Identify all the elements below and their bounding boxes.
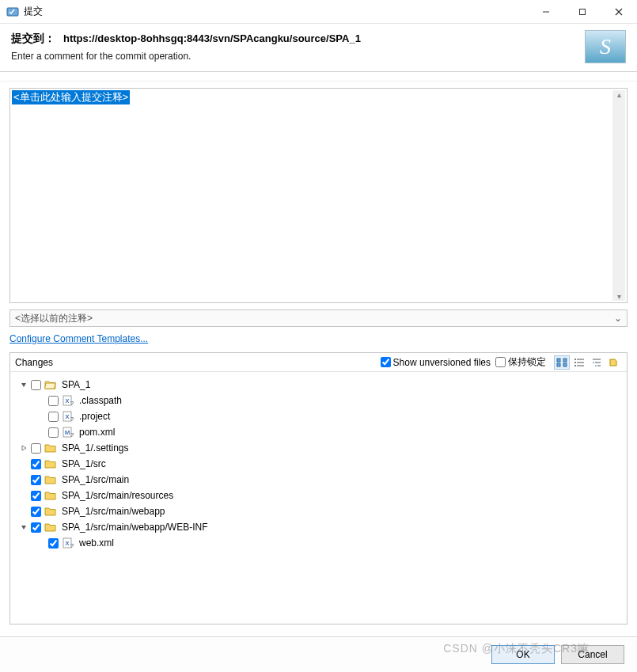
changes-header: Changes Show unversioned files 保持锁定	[10, 353, 627, 372]
minimize-button[interactable]	[528, 0, 564, 24]
tree-row-checkbox[interactable]	[31, 491, 41, 501]
svn-logo-icon: S	[585, 30, 626, 63]
svg-text:X: X	[65, 397, 70, 404]
tree-row[interactable]: SPA_1	[13, 377, 624, 393]
header-subtitle: Enter a comment for the commit operation…	[11, 51, 626, 62]
changes-title: Changes	[15, 357, 53, 368]
file-x-unversioned-icon: X ?	[62, 537, 74, 549]
tree-row-checkbox[interactable]	[48, 427, 59, 438]
svg-rect-2	[580, 9, 586, 14]
folder-icon	[44, 490, 57, 501]
show-unversioned-label: Show unversioned files	[393, 357, 491, 368]
view-flat-icon[interactable]	[571, 355, 587, 370]
tree-row-label: .project	[79, 411, 110, 422]
expander-open-icon[interactable]	[18, 523, 29, 531]
view-tree-icon[interactable]	[554, 355, 570, 370]
tree-row[interactable]: SPA_1/src/main/resources	[13, 488, 624, 503]
tree-row-checkbox[interactable]	[48, 412, 59, 422]
tree-row-checkbox[interactable]	[31, 459, 41, 469]
tree-row-label: pom.xml	[79, 427, 115, 438]
tree-row-label: SPA_1/src/main/resources	[62, 490, 173, 501]
tree-row-checkbox[interactable]	[48, 538, 59, 549]
expander-closed-icon[interactable]	[18, 444, 29, 452]
configure-templates-link[interactable]: Configure Comment Templates...	[9, 333, 148, 344]
tree-row-label: SPA_1/src	[62, 458, 106, 469]
close-button[interactable]	[601, 0, 637, 24]
dialog-body: <单击此处输入提交注释> <选择以前的注释> ⌄ Configure Comme…	[0, 81, 637, 636]
tree-row-checkbox[interactable]	[31, 380, 41, 390]
commit-to-label: 提交到：	[11, 32, 55, 46]
ok-button[interactable]: OK	[491, 645, 555, 664]
svg-rect-6	[563, 359, 567, 362]
svg-text:X: X	[65, 413, 70, 420]
tree-row[interactable]: SPA_1/src	[13, 456, 624, 472]
svg-text:?: ?	[70, 431, 74, 438]
keep-locks-input[interactable]	[495, 357, 506, 367]
svg-point-18	[593, 362, 594, 363]
svg-text:X: X	[65, 540, 70, 547]
tree-row-label: .classpath	[79, 395, 122, 406]
chevron-down-icon: ⌄	[614, 313, 622, 324]
folder-icon	[44, 474, 57, 485]
expander-open-icon[interactable]	[18, 381, 29, 389]
show-unversioned-checkbox[interactable]: Show unversioned files	[381, 357, 491, 368]
svg-text:?: ?	[70, 416, 74, 422]
view-compressed-icon[interactable]	[589, 355, 605, 370]
folder-icon	[44, 458, 57, 469]
keep-locks-checkbox[interactable]: 保持锁定	[495, 355, 546, 369]
previous-comments-label: <选择以前的注释>	[15, 312, 93, 325]
svg-point-19	[595, 365, 597, 366]
folder-icon	[44, 522, 57, 533]
tree-row-checkbox[interactable]	[48, 396, 59, 406]
svg-text:?: ?	[70, 542, 74, 549]
svg-point-12	[574, 359, 576, 360]
svg-text:?: ?	[70, 400, 74, 406]
tree-row[interactable]: M ? pom.xml	[13, 424, 624, 440]
file-m-unversioned-icon: M ?	[62, 427, 74, 438]
commit-comment-textarea[interactable]: <单击此处输入提交注释>	[9, 88, 628, 303]
tree-row[interactable]: SPA_1/src/main	[13, 472, 624, 488]
svg-rect-7	[557, 363, 560, 366]
dialog-header: 提交到： https://desktop-8ohhsgq:8443/svn/SP…	[0, 24, 637, 72]
svg-text:M: M	[65, 429, 70, 436]
tree-row-label: SPA_1/src/main/webapp	[62, 506, 165, 517]
changes-panel: Changes Show unversioned files 保持锁定	[9, 352, 628, 625]
comment-scrollbar[interactable]	[612, 90, 625, 301]
tree-row[interactable]: X ? web.xml	[13, 535, 624, 551]
tree-row-label: SPA_1/src/main	[62, 474, 129, 485]
show-unversioned-input[interactable]	[381, 357, 391, 367]
svg-point-14	[574, 365, 576, 366]
commit-comment-placeholder: <单击此处输入提交注释>	[12, 90, 130, 104]
tree-row[interactable]: X ? .classpath	[13, 393, 624, 408]
tree-row[interactable]: SPA_1/src/main/webapp	[13, 503, 624, 519]
file-x-unversioned-icon: X ?	[62, 411, 74, 422]
tree-row[interactable]: X ? .project	[13, 408, 624, 424]
commit-url: https://desktop-8ohhsgq:8443/svn/SPAcang…	[63, 32, 361, 44]
titlebar: 提交	[0, 0, 637, 24]
tree-row-label: SPA_1/src/main/webapp/WEB-INF	[62, 522, 208, 533]
window-title: 提交	[24, 5, 43, 18]
folder-icon	[44, 442, 57, 454]
tree-row[interactable]: SPA_1/.settings	[13, 440, 624, 456]
svg-rect-8	[563, 363, 567, 366]
tree-row-checkbox[interactable]	[31, 507, 41, 517]
svg-point-13	[574, 362, 576, 363]
tree-row-label: web.xml	[79, 537, 114, 549]
tree-row-checkbox[interactable]	[31, 522, 41, 533]
cancel-button[interactable]: Cancel	[561, 645, 624, 664]
maximize-button[interactable]	[564, 0, 601, 24]
changes-tree[interactable]: SPA_1 X ? .classpath X ? .project M ? po…	[10, 372, 627, 624]
folder-open-icon	[44, 379, 57, 390]
dialog-footer: OK Cancel	[0, 636, 637, 672]
tree-row-label: SPA_1	[62, 379, 90, 390]
previous-comments-dropdown[interactable]: <选择以前的注释> ⌄	[9, 309, 628, 327]
svg-rect-5	[557, 359, 560, 362]
tree-row[interactable]: SPA_1/src/main/webapp/WEB-INF	[13, 519, 624, 535]
tree-row-checkbox[interactable]	[31, 443, 41, 454]
folder-icon	[44, 506, 57, 517]
file-x-unversioned-icon: X ?	[62, 395, 74, 406]
tree-row-checkbox[interactable]	[31, 475, 41, 485]
tree-row-label: SPA_1/.settings	[62, 442, 129, 454]
window-icon	[6, 6, 19, 18]
cleanup-icon[interactable]	[606, 355, 622, 370]
